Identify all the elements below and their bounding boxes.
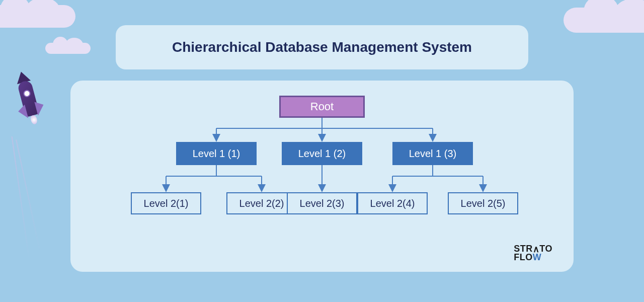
cloud-decoration: [564, 8, 644, 33]
tree-level1-node: Level 1 (2): [282, 142, 362, 165]
diagram-panel: Root Level 1 (1) Level 1 (2) Level 1 (3)…: [70, 81, 574, 272]
node-label: Level 2(2): [239, 198, 284, 209]
node-label: Level 2(5): [461, 198, 506, 209]
brand-logo: STR∧TO FLOW: [514, 245, 552, 262]
tree-level2-node: Level 2(5): [448, 192, 518, 214]
tree-level1-node: Level 1 (1): [176, 142, 257, 165]
cloud-decoration: [45, 43, 91, 54]
tree-level2-node: Level 2(4): [357, 192, 428, 214]
tree-level2-node: Level 2(2): [226, 192, 297, 214]
rocket-trail: [12, 136, 30, 261]
node-label: Level 1 (1): [193, 148, 240, 160]
tree-root-node: Root: [279, 96, 365, 118]
node-label: Root: [310, 100, 334, 113]
tree-level1-node: Level 1 (3): [392, 142, 473, 165]
title-card: Chierarchical Database Management System: [116, 25, 528, 69]
node-label: Level 2(1): [144, 198, 189, 209]
cloud-decoration: [0, 5, 75, 28]
page-title: Chierarchical Database Management System: [136, 39, 508, 55]
logo-caret-icon: ∧: [533, 245, 540, 254]
node-label: Level 2(3): [300, 198, 345, 209]
tree-level2-node: Level 2(1): [131, 192, 201, 214]
tree-level2-node: Level 2(3): [287, 192, 357, 214]
node-label: Level 1 (3): [409, 148, 457, 160]
node-label: Level 1 (2): [298, 148, 346, 160]
node-label: Level 2(4): [370, 198, 415, 209]
logo-line2-pre: FLO: [514, 252, 533, 262]
rocket-icon: [8, 72, 52, 138]
